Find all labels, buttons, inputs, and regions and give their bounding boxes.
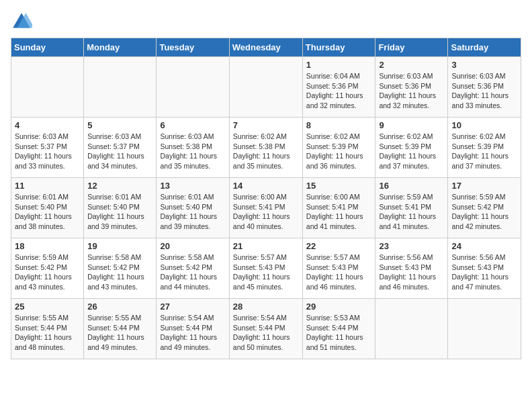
day-number: 25 (15, 302, 80, 312)
week-row-1: 1Sunrise: 6:04 AM Sunset: 5:36 PM Daylig… (11, 57, 521, 118)
day-info: Sunrise: 5:56 AM Sunset: 5:43 PM Dayligh… (379, 253, 444, 292)
calendar-table: SundayMondayTuesdayWednesdayThursdayFrid… (11, 38, 521, 359)
calendar-cell: 20Sunrise: 5:58 AM Sunset: 5:42 PM Dayli… (157, 238, 229, 299)
calendar-cell (375, 299, 448, 359)
day-info: Sunrise: 5:55 AM Sunset: 5:44 PM Dayligh… (87, 313, 152, 353)
calendar-cell: 12Sunrise: 6:01 AM Sunset: 5:40 PM Dayli… (84, 178, 157, 238)
day-number: 15 (306, 181, 372, 191)
day-info: Sunrise: 6:03 AM Sunset: 5:36 PM Dayligh… (379, 71, 444, 111)
day-number: 10 (451, 120, 517, 130)
week-row-4: 18Sunrise: 5:59 AM Sunset: 5:42 PM Dayli… (11, 238, 521, 299)
calendar-cell: 13Sunrise: 6:01 AM Sunset: 5:40 PM Dayli… (157, 178, 229, 238)
day-info: Sunrise: 5:56 AM Sunset: 5:43 PM Dayligh… (451, 253, 517, 292)
day-info: Sunrise: 5:53 AM Sunset: 5:44 PM Dayligh… (306, 313, 372, 353)
day-number: 18 (15, 241, 80, 251)
calendar-cell (448, 299, 521, 359)
day-info: Sunrise: 5:55 AM Sunset: 5:44 PM Dayligh… (15, 313, 80, 353)
day-info: Sunrise: 6:00 AM Sunset: 5:41 PM Dayligh… (306, 192, 372, 232)
calendar-cell: 10Sunrise: 6:02 AM Sunset: 5:39 PM Dayli… (448, 118, 521, 178)
day-info: Sunrise: 6:02 AM Sunset: 5:39 PM Dayligh… (451, 132, 517, 171)
calendar-cell: 2Sunrise: 6:03 AM Sunset: 5:36 PM Daylig… (375, 57, 448, 118)
calendar-cell: 7Sunrise: 6:02 AM Sunset: 5:38 PM Daylig… (229, 118, 302, 178)
calendar-cell: 18Sunrise: 5:59 AM Sunset: 5:42 PM Dayli… (11, 238, 84, 299)
day-number: 22 (306, 241, 372, 251)
calendar-header: SundayMondayTuesdayWednesdayThursdayFrid… (11, 38, 521, 57)
day-info: Sunrise: 5:59 AM Sunset: 5:41 PM Dayligh… (379, 192, 444, 232)
day-number: 13 (160, 181, 225, 191)
calendar-cell: 1Sunrise: 6:04 AM Sunset: 5:36 PM Daylig… (302, 57, 375, 118)
day-number: 6 (160, 120, 225, 130)
calendar-cell: 25Sunrise: 5:55 AM Sunset: 5:44 PM Dayli… (11, 299, 84, 359)
calendar-cell: 23Sunrise: 5:56 AM Sunset: 5:43 PM Dayli… (375, 238, 448, 299)
day-info: Sunrise: 6:02 AM Sunset: 5:38 PM Dayligh… (233, 132, 299, 171)
calendar-cell: 14Sunrise: 6:00 AM Sunset: 5:41 PM Dayli… (229, 178, 302, 238)
calendar-cell: 22Sunrise: 5:57 AM Sunset: 5:43 PM Dayli… (302, 238, 375, 299)
header-row: SundayMondayTuesdayWednesdayThursdayFrid… (11, 38, 521, 57)
day-number: 14 (233, 181, 299, 191)
calendar-cell: 27Sunrise: 5:54 AM Sunset: 5:44 PM Dayli… (157, 299, 229, 359)
calendar-cell: 17Sunrise: 5:59 AM Sunset: 5:42 PM Dayli… (448, 178, 521, 238)
day-number: 23 (379, 241, 444, 251)
day-number: 3 (451, 60, 517, 70)
calendar-cell: 24Sunrise: 5:56 AM Sunset: 5:43 PM Dayli… (448, 238, 521, 299)
day-number: 29 (306, 302, 372, 312)
header-cell-friday: Friday (375, 38, 448, 57)
header-cell-wednesday: Wednesday (229, 38, 302, 57)
calendar-cell: 11Sunrise: 6:01 AM Sunset: 5:40 PM Dayli… (11, 178, 84, 238)
calendar-cell: 28Sunrise: 5:54 AM Sunset: 5:44 PM Dayli… (229, 299, 302, 359)
day-number: 27 (160, 302, 225, 312)
day-number: 24 (451, 241, 517, 251)
calendar-cell (157, 57, 229, 118)
day-number: 17 (451, 181, 517, 191)
day-info: Sunrise: 5:57 AM Sunset: 5:43 PM Dayligh… (233, 253, 299, 292)
calendar-cell: 26Sunrise: 5:55 AM Sunset: 5:44 PM Dayli… (84, 299, 157, 359)
day-number: 8 (306, 120, 372, 130)
calendar-cell: 21Sunrise: 5:57 AM Sunset: 5:43 PM Dayli… (229, 238, 302, 299)
day-number: 9 (379, 120, 444, 130)
calendar-cell: 4Sunrise: 6:03 AM Sunset: 5:37 PM Daylig… (11, 118, 84, 178)
calendar-cell: 6Sunrise: 6:03 AM Sunset: 5:38 PM Daylig… (157, 118, 229, 178)
header-cell-monday: Monday (84, 38, 157, 57)
header-cell-saturday: Saturday (448, 38, 521, 57)
day-number: 20 (160, 241, 225, 251)
day-number: 7 (233, 120, 299, 130)
calendar-cell: 19Sunrise: 5:58 AM Sunset: 5:42 PM Dayli… (84, 238, 157, 299)
day-number: 16 (379, 181, 444, 191)
day-info: Sunrise: 6:03 AM Sunset: 5:37 PM Dayligh… (15, 132, 80, 171)
day-info: Sunrise: 5:57 AM Sunset: 5:43 PM Dayligh… (306, 253, 372, 292)
calendar-cell (11, 57, 84, 118)
day-info: Sunrise: 5:58 AM Sunset: 5:42 PM Dayligh… (160, 253, 225, 292)
day-number: 26 (87, 302, 152, 312)
day-number: 21 (233, 241, 299, 251)
day-number: 19 (87, 241, 152, 251)
logo (11, 11, 35, 32)
week-row-5: 25Sunrise: 5:55 AM Sunset: 5:44 PM Dayli… (11, 299, 521, 359)
header-cell-sunday: Sunday (11, 38, 84, 57)
day-info: Sunrise: 5:59 AM Sunset: 5:42 PM Dayligh… (15, 253, 80, 292)
week-row-2: 4Sunrise: 6:03 AM Sunset: 5:37 PM Daylig… (11, 118, 521, 178)
day-info: Sunrise: 6:02 AM Sunset: 5:39 PM Dayligh… (379, 132, 444, 171)
day-info: Sunrise: 5:58 AM Sunset: 5:42 PM Dayligh… (87, 253, 152, 292)
day-info: Sunrise: 6:02 AM Sunset: 5:39 PM Dayligh… (306, 132, 372, 171)
day-number: 1 (306, 60, 372, 70)
calendar-cell (229, 57, 302, 118)
day-info: Sunrise: 6:03 AM Sunset: 5:38 PM Dayligh… (160, 132, 225, 171)
calendar-cell: 5Sunrise: 6:03 AM Sunset: 5:37 PM Daylig… (84, 118, 157, 178)
logo-icon (11, 11, 32, 32)
day-info: Sunrise: 6:04 AM Sunset: 5:36 PM Dayligh… (306, 71, 372, 111)
day-info: Sunrise: 6:01 AM Sunset: 5:40 PM Dayligh… (87, 192, 152, 232)
header-cell-tuesday: Tuesday (157, 38, 229, 57)
day-info: Sunrise: 5:54 AM Sunset: 5:44 PM Dayligh… (160, 313, 225, 353)
calendar-cell: 15Sunrise: 6:00 AM Sunset: 5:41 PM Dayli… (302, 178, 375, 238)
day-info: Sunrise: 5:59 AM Sunset: 5:42 PM Dayligh… (451, 192, 517, 232)
day-info: Sunrise: 6:01 AM Sunset: 5:40 PM Dayligh… (15, 192, 80, 232)
page-header (11, 11, 521, 32)
day-number: 4 (15, 120, 80, 130)
calendar-cell: 16Sunrise: 5:59 AM Sunset: 5:41 PM Dayli… (375, 178, 448, 238)
day-info: Sunrise: 5:54 AM Sunset: 5:44 PM Dayligh… (233, 313, 299, 353)
day-info: Sunrise: 6:03 AM Sunset: 5:36 PM Dayligh… (451, 71, 517, 111)
day-number: 12 (87, 181, 152, 191)
day-number: 28 (233, 302, 299, 312)
calendar-body: 1Sunrise: 6:04 AM Sunset: 5:36 PM Daylig… (11, 57, 521, 359)
day-number: 5 (87, 120, 152, 130)
